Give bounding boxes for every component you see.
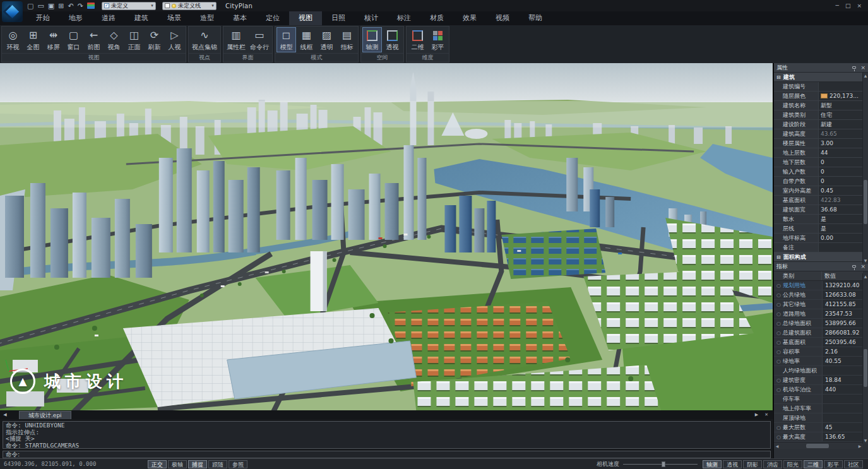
indicator-row[interactable]: ○ 道路用地 23547.53	[774, 309, 863, 319]
indicator-row[interactable]: ○ 其它绿地 412155.85	[774, 300, 863, 309]
maximize-icon[interactable]: □	[845, 1, 851, 11]
property-row[interactable]: 自带户数 0	[774, 177, 863, 186]
indicators-hscrollbar[interactable]: ◀ ▶	[774, 442, 863, 449]
properties-bar-button[interactable]: ▥ 属性栏	[225, 27, 247, 52]
indicator-row[interactable]: ○ 人均绿地面积	[774, 366, 863, 376]
scrollbar-thumb[interactable]	[864, 349, 867, 387]
properties-scrollbar[interactable]: ▲ ▼	[862, 73, 868, 264]
tab-scroll-left-icon[interactable]: ◀	[0, 412, 10, 417]
open-file-icon[interactable]: ▭	[37, 1, 44, 11]
snap-toggle[interactable]: 捕捉	[188, 460, 207, 468]
indicator-row[interactable]: ○ 最大层数 45	[774, 423, 863, 432]
layer-dropdown[interactable]: ✓ 未定义 ▾	[102, 2, 156, 10]
tab-sunlight[interactable]: 日照	[322, 11, 355, 25]
property-row[interactable]: 建筑类别 住宅	[774, 110, 863, 120]
scroll-down-icon[interactable]: ▼	[863, 437, 868, 444]
indicator-row[interactable]: ○ 基底面积 250395.46	[774, 338, 863, 347]
undo-icon[interactable]: ↶	[67, 1, 74, 11]
indicator-row[interactable]: ○ 停车率	[774, 395, 863, 404]
tab-video[interactable]: 视频	[486, 11, 519, 25]
tab-view[interactable]: 视图	[289, 11, 322, 25]
property-row[interactable]: 散水 是	[774, 215, 863, 224]
indicator-row[interactable]: ○ 建筑密度 18.84	[774, 376, 863, 385]
persp-toggle[interactable]: 透视	[723, 460, 742, 468]
view-angle-button[interactable]: ◇ 视角	[104, 27, 124, 52]
scroll-left-icon[interactable]: ◀	[774, 444, 780, 448]
app-logo-icon[interactable]	[2, 1, 23, 22]
axo-toggle[interactable]: 轴测	[703, 460, 722, 468]
property-row[interactable]: 建设阶段 新建	[774, 120, 863, 129]
tab-annotation[interactable]: 标注	[388, 11, 420, 25]
model-mode-button[interactable]: ◻ 模型	[276, 27, 296, 52]
linetype-dropdown[interactable]: 未定义线 ▾	[162, 2, 217, 10]
pan-button[interactable]: ⇹ 移屏	[44, 27, 63, 52]
indicator-row[interactable]: ○ 绿地率 40.55	[774, 357, 863, 366]
indicator-row[interactable]: ○ 总绿地面积 538995.66	[774, 319, 863, 328]
section-area-composition[interactable]: ⊟ 面积构成	[774, 252, 863, 262]
two-d-button[interactable]: 二维	[408, 27, 427, 52]
property-row[interactable]: 建筑面宽 36.68	[774, 205, 863, 215]
indicators-scrollbar[interactable]: ▲ ▼	[862, 273, 868, 444]
zoom-extents-button[interactable]: ⊞ 全图	[23, 27, 43, 52]
close-icon[interactable]: ×	[857, 1, 862, 11]
redo-icon[interactable]: ↷	[77, 1, 84, 11]
section-building[interactable]: ⊟ 建筑	[774, 73, 868, 82]
two-d-toggle[interactable]: 二维	[804, 460, 823, 468]
front-view-button[interactable]: ◫ 正面	[124, 27, 144, 52]
layers-icon[interactable]	[86, 1, 95, 11]
scroll-up-icon[interactable]: ▲	[863, 273, 868, 280]
tab-basic[interactable]: 基本	[223, 11, 256, 25]
shadow-toggle[interactable]: 阴影	[743, 460, 762, 468]
community-toggle[interactable]: 社区	[844, 460, 863, 468]
new-file-icon[interactable]: ▢	[27, 1, 34, 11]
tab-road[interactable]: 道路	[92, 11, 125, 25]
property-row[interactable]: 层线 是	[774, 224, 863, 234]
indicator-row[interactable]: ○ 屋顶绿地	[774, 413, 863, 423]
command-history[interactable]: 命令: UNHIDEBYONE指示拉伸点:<捕捉 关>命令: STARTDLGC…	[3, 421, 771, 449]
tab-close-icon[interactable]: ✕	[764, 412, 768, 417]
property-row[interactable]: 地上层数 44	[774, 148, 863, 158]
scroll-right-icon[interactable]: ▶	[857, 444, 863, 448]
reference-toggle[interactable]: 参照	[229, 460, 247, 468]
property-row[interactable]: 基底面积 422.83	[774, 196, 863, 205]
orbit-view-button[interactable]: ◎ 环视	[3, 27, 23, 52]
property-row[interactable]: 建筑名称 新型	[774, 101, 863, 110]
axonometric-button[interactable]: 轴测	[362, 27, 382, 52]
property-row[interactable]: 备注	[774, 243, 863, 252]
property-row[interactable]: 楼层属性 3.00	[774, 139, 863, 148]
indicator-row[interactable]: ○ 总建筑面积 2866081.92	[774, 328, 863, 338]
polar-toggle[interactable]: 极轴	[168, 460, 187, 468]
minimize-icon[interactable]: ─	[836, 1, 839, 11]
property-row[interactable]: 随层颜色 220,173...	[774, 92, 863, 101]
command-line-button[interactable]: ▭ 命令行	[248, 27, 271, 52]
viewport-3d[interactable]: ▲ 城市设计	[0, 63, 773, 410]
tab-scroll-right-icon[interactable]: ▶	[755, 412, 758, 417]
command-input[interactable]: 命令:	[3, 451, 771, 458]
tab-modeling[interactable]: 造型	[191, 11, 223, 25]
indicator-row[interactable]: ○ 规划用地 1329210.40	[774, 281, 863, 290]
scrollbar-thumb[interactable]	[864, 180, 867, 224]
ortho-toggle[interactable]: 正交	[148, 460, 167, 468]
indicator-row[interactable]: ○ 容积率 2.16	[774, 347, 863, 357]
transparent-mode-button[interactable]: ▨ 透明	[317, 27, 336, 52]
perspective-button[interactable]: 透视	[383, 27, 402, 52]
property-row[interactable]: 输入户数 0	[774, 167, 863, 177]
camera-speed-slider[interactable]	[623, 460, 698, 468]
scrollbar-thumb[interactable]	[806, 444, 829, 448]
collapse-icon[interactable]: ⊟	[776, 254, 781, 260]
drawing-tab[interactable]: 城市设计.epi	[19, 411, 71, 419]
indicator-row[interactable]: ○ 公共绿地 126633.08	[774, 290, 863, 300]
indicator-row[interactable]: ○ 地上停车率	[774, 404, 863, 413]
tab-scene[interactable]: 场景	[158, 11, 191, 25]
antialias-toggle[interactable]: 消齿	[763, 460, 782, 468]
tab-help[interactable]: 帮助	[519, 11, 552, 25]
color-plan-button[interactable]: 彩平	[428, 27, 448, 52]
pin-icon[interactable]	[852, 66, 856, 69]
property-row[interactable]: 建筑编号	[774, 82, 863, 92]
close-icon[interactable]: ×	[860, 264, 865, 270]
property-row[interactable]: 建筑高度 43.65	[774, 129, 863, 139]
tab-start[interactable]: 开始	[27, 11, 59, 25]
scroll-down-icon[interactable]: ▼	[863, 258, 868, 264]
indicator-mode-button[interactable]: ▤ 指标	[337, 27, 357, 52]
property-row[interactable]: 室内外高差 0.45	[774, 186, 863, 196]
